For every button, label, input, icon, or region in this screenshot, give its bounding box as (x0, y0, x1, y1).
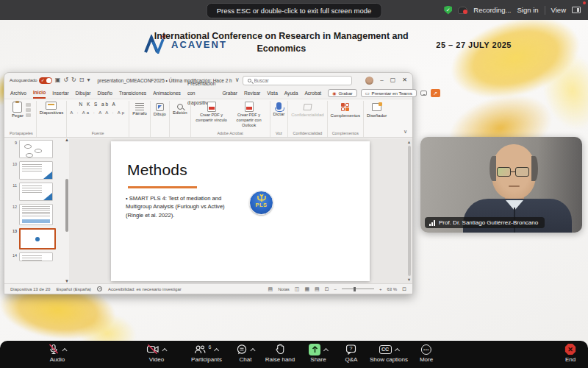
slide-thumbnail[interactable] (19, 140, 53, 158)
autosave-toggle[interactable] (39, 77, 52, 84)
tab-inicio[interactable]: Inicio (33, 88, 46, 99)
presenter-webcam[interactable]: Prof. Dr. Santiago Gutiérrez-Broncano (420, 137, 582, 233)
audio-button[interactable]: Audio (49, 344, 67, 363)
thumbnail-row-11[interactable]: 11 (4, 181, 69, 202)
create-pdf-outlook-button[interactable]: Crear PDF y compartir con Outlook (232, 102, 267, 128)
video-options-caret[interactable] (162, 347, 167, 353)
zoom-level[interactable]: 63 % (387, 287, 397, 291)
tab-diseno[interactable]: Diseño (97, 88, 112, 98)
comments-icon[interactable] (420, 91, 427, 96)
view-layout-icon[interactable] (572, 7, 581, 13)
thumbnail-row-10[interactable]: 10 (4, 160, 69, 181)
restore-button[interactable]: ▢ (390, 77, 396, 83)
chat-options-caret[interactable] (250, 347, 255, 353)
chat-button[interactable]: Chat (237, 344, 255, 363)
cut-icon[interactable] (26, 103, 31, 107)
sign-in-button[interactable]: Sign in (517, 6, 539, 14)
share-options-caret[interactable] (323, 347, 329, 353)
video-button[interactable]: Video (147, 344, 167, 363)
create-pdf-link-button[interactable]: Crear PDF y compartir vínculo (194, 102, 229, 123)
notes-icon[interactable]: ▤ (268, 286, 273, 292)
ribbon-collapse-chevron[interactable]: ∨ (401, 129, 410, 137)
share-button[interactable]: Share (309, 344, 328, 363)
dictate-button[interactable]: Dictar (273, 102, 285, 116)
editing-button[interactable]: Edición (173, 102, 187, 115)
slide-sorter-icon[interactable]: ▦ (304, 286, 309, 292)
tab-insertar[interactable]: Insertar (52, 88, 68, 98)
tab-ayuda[interactable]: Ayuda (284, 88, 298, 98)
tab-transiciones[interactable]: Transiciones (119, 88, 146, 98)
slide-thumbnail[interactable] (19, 204, 53, 225)
new-slide-button[interactable]: Diapositivas (40, 102, 63, 115)
slide-thumbnail[interactable] (19, 161, 53, 180)
font-format-row2[interactable]: A · Aa · A A · Ap (70, 110, 126, 115)
paragraph-button[interactable]: Párrafo (132, 102, 147, 116)
tab-acrobat[interactable]: Acrobat (304, 88, 321, 98)
slide-thumbnail[interactable] (19, 252, 53, 261)
view-button[interactable]: View (551, 6, 566, 14)
zoom-in-button[interactable]: + (379, 287, 382, 291)
zoom-out-button[interactable]: – (334, 287, 337, 291)
raise-hand-button[interactable]: Raise hand (265, 344, 295, 363)
notes-button[interactable]: Notas (278, 287, 290, 291)
slideshow-icon[interactable]: ⊡ (325, 286, 329, 292)
draw-button[interactable]: Dibujo (154, 102, 166, 116)
fit-slide-icon[interactable]: ⊡ (402, 286, 406, 292)
normal-view-icon[interactable]: ◫ (295, 286, 300, 292)
grabar-button[interactable]: ◉ Grabar (328, 89, 357, 97)
thumbnail-row-14[interactable]: 14 (4, 251, 69, 263)
captions-options-caret[interactable] (394, 347, 399, 353)
redo-icon[interactable]: ↻ (71, 77, 76, 83)
search-input[interactable] (254, 78, 348, 83)
thumbnail-row-13-selected[interactable]: 13 (4, 227, 69, 251)
tab-archivo[interactable]: Archivo (10, 88, 26, 98)
zoom-slider[interactable] (342, 289, 374, 289)
scroll-thumb[interactable] (408, 146, 411, 276)
share-document-button[interactable]: ↗ (431, 89, 440, 97)
present-icon[interactable]: ⊡ (79, 77, 85, 83)
doc-title-chevron-icon[interactable]: ∨ (235, 77, 240, 83)
tab-grabar[interactable]: Grabar (222, 88, 237, 98)
tab-animaciones[interactable]: Animaciones (153, 88, 181, 98)
autosave-control[interactable]: Autoguardado (10, 77, 52, 84)
undo-icon[interactable]: ↺ (63, 77, 68, 83)
slide-thumbnail[interactable] (19, 183, 53, 201)
minimize-button[interactable]: – (380, 77, 383, 83)
save-icon[interactable]: ▣ (55, 77, 61, 83)
pin-icon[interactable]: ▾ (87, 77, 90, 83)
paste-button[interactable]: Pegar (12, 102, 24, 118)
participants-button[interactable]: 6 Participants (191, 344, 222, 363)
addins-button[interactable]: Complementos (331, 102, 360, 118)
end-button[interactable]: ✕ End (565, 344, 576, 363)
language-indicator[interactable]: Español (España) (56, 287, 91, 291)
share-icon (309, 344, 320, 355)
participants-options-caret[interactable] (214, 347, 219, 353)
font-format-row[interactable]: N K S ab A (79, 102, 117, 107)
zoom-slider-thumb[interactable] (354, 287, 356, 291)
designer-button[interactable]: Diseñador (367, 102, 387, 118)
canvas-vertical-scrollbar[interactable]: ▲ ▼ (406, 140, 412, 282)
close-button[interactable]: ✕ (402, 77, 407, 83)
copy-icon[interactable] (26, 108, 31, 112)
qa-button[interactable]: ? Q&A (345, 344, 358, 363)
clipboard-small-buttons[interactable] (26, 102, 31, 117)
tab-revisar[interactable]: Revisar (244, 88, 260, 98)
audio-options-caret[interactable] (62, 347, 67, 353)
present-in-teams-button[interactable]: ▭ Presentar en Teams (361, 89, 417, 97)
slide-thumbnail-selected[interactable] (19, 228, 56, 250)
ppt-search-box[interactable] (243, 76, 353, 85)
scroll-up-icon[interactable]: ▲ (407, 140, 411, 144)
tab-vista[interactable]: Vista (267, 88, 278, 98)
account-avatar[interactable] (365, 77, 373, 85)
reading-view-icon[interactable]: ▤ (315, 286, 320, 292)
scroll-down-icon[interactable]: ▼ (407, 277, 411, 282)
thumbnail-row-9[interactable]: 9 (4, 138, 69, 160)
current-slide[interactable]: Methods • SMART PLS 4: Test of mediation… (111, 141, 370, 281)
accessibility-status[interactable]: Accesibilidad: es necesario investigar (108, 287, 182, 291)
more-button[interactable]: ••• More (420, 344, 433, 363)
captions-button[interactable]: CC Show captions (370, 344, 408, 363)
rail-scrollbar[interactable] (65, 179, 68, 232)
tab-dibujar[interactable]: Dibujar (76, 88, 91, 98)
format-painter-icon[interactable] (26, 113, 31, 117)
thumbnail-row-12[interactable]: 12 (4, 202, 69, 227)
